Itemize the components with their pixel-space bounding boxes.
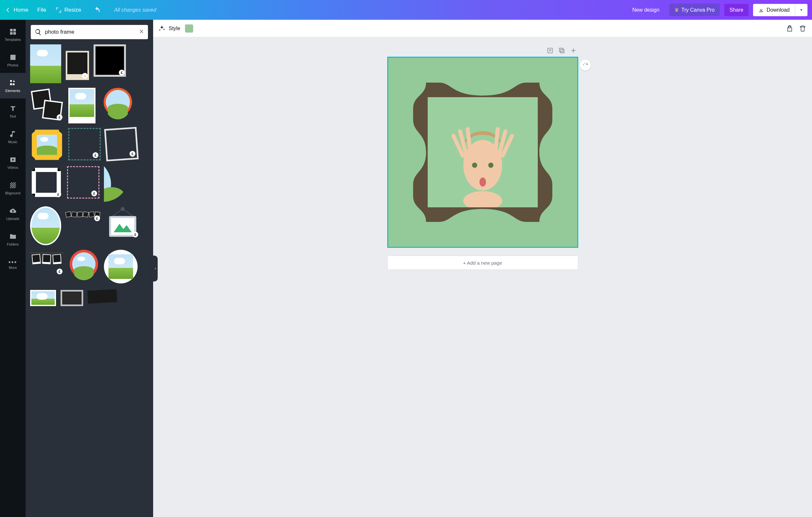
- nav-uploads[interactable]: Uploads: [0, 201, 26, 226]
- paid-badge: £: [133, 232, 138, 238]
- clear-search-button[interactable]: [139, 29, 144, 35]
- person-photo-illustration: [428, 97, 538, 207]
- svg-point-9: [77, 256, 85, 261]
- result-frame-polaroids-stack[interactable]: £: [30, 88, 64, 121]
- nav-elements[interactable]: Elements: [0, 73, 26, 99]
- color-swatch[interactable]: [185, 24, 193, 33]
- more-icon: •••: [8, 261, 17, 264]
- result-frame-oval-landscape[interactable]: [30, 206, 61, 245]
- result-frame-pink-stamp[interactable]: £: [67, 166, 99, 198]
- text-icon: [9, 105, 17, 112]
- nav-videos[interactable]: Videos: [0, 149, 26, 175]
- search-input[interactable]: [45, 29, 136, 35]
- paid-badge: £: [119, 70, 125, 76]
- top-bar: Home File Resize All changes saved New d…: [0, 0, 812, 20]
- download-options-button[interactable]: [795, 4, 808, 16]
- trash-icon: [799, 25, 806, 32]
- canvas-scroll[interactable]: + Add a new page: [153, 37, 812, 517]
- svg-rect-3: [36, 172, 57, 193]
- svg-point-2: [40, 137, 48, 142]
- result-frame-dark-polaroid[interactable]: [61, 290, 83, 306]
- page-refresh-fab[interactable]: [580, 60, 591, 71]
- canvas-area: Style: [153, 20, 812, 517]
- nav-text-label: Text: [9, 114, 16, 118]
- add-new-page-button[interactable]: + Add a new page: [387, 255, 578, 270]
- paid-badge: £: [57, 269, 62, 274]
- lock-button[interactable]: [785, 24, 794, 33]
- result-frame-orange-circle[interactable]: [100, 88, 136, 124]
- lock-icon: [786, 25, 793, 32]
- new-design-button[interactable]: New design: [627, 4, 665, 16]
- templates-icon: [9, 28, 17, 36]
- design-page[interactable]: [387, 57, 578, 248]
- try-canva-pro-button[interactable]: ♛ Try Canva Pro: [669, 4, 720, 16]
- result-frame-landscape-tall[interactable]: [30, 45, 61, 83]
- result-frame-landscape-small[interactable]: [30, 290, 56, 306]
- nav-more-label: More: [9, 266, 17, 270]
- result-frame-landscape-card[interactable]: [68, 88, 95, 124]
- nav-templates[interactable]: Templates: [0, 22, 26, 47]
- pro-badge-icon: ♛: [82, 73, 88, 79]
- resize-label: Resize: [64, 7, 81, 13]
- nav-more[interactable]: ••• More: [0, 252, 26, 278]
- undo-button[interactable]: [93, 6, 101, 13]
- nav-folders[interactable]: Folders: [0, 226, 26, 252]
- result-frame-clothesline-polaroids[interactable]: £: [30, 250, 64, 276]
- nav-music-label: Music: [8, 140, 18, 144]
- photos-icon: [9, 53, 17, 61]
- results-grid: ♛ £ £ £ £ £ £: [26, 45, 153, 517]
- result-frame-hanging-mountain[interactable]: £: [106, 206, 140, 239]
- page-toolbar: [387, 47, 578, 54]
- nav-music[interactable]: Music: [0, 124, 26, 149]
- plus-icon: [570, 47, 577, 54]
- delete-button[interactable]: [799, 24, 807, 33]
- music-icon: [9, 130, 17, 138]
- file-label: File: [37, 7, 46, 13]
- svg-point-18: [488, 163, 493, 168]
- nav-photos[interactable]: Photos: [0, 47, 26, 73]
- nav-text[interactable]: Text: [0, 99, 26, 124]
- duplicate-page-button[interactable]: [558, 47, 565, 54]
- result-frame-red-pin-circle[interactable]: [68, 250, 99, 285]
- nav-elements-label: Elements: [5, 89, 20, 93]
- result-frame-polaroid-beige[interactable]: ♛: [66, 51, 89, 80]
- result-frame-geometric-bw[interactable]: £: [30, 166, 62, 198]
- close-icon: [139, 29, 144, 34]
- nav-background[interactable]: Bkground: [0, 175, 26, 201]
- search-field[interactable]: [31, 25, 148, 39]
- resize-icon: [55, 7, 62, 13]
- folders-icon: [9, 233, 17, 240]
- result-frame-black-square[interactable]: £: [93, 45, 126, 77]
- elements-icon: [9, 79, 17, 87]
- background-icon: [9, 182, 17, 189]
- photo-placeholder[interactable]: [428, 97, 538, 207]
- duplicate-icon: [558, 47, 565, 54]
- videos-icon: [9, 156, 17, 164]
- svg-rect-11: [559, 48, 563, 52]
- add-page-button[interactable]: [570, 47, 577, 54]
- file-menu[interactable]: File: [37, 7, 46, 13]
- result-frame-taped-photo[interactable]: [87, 289, 117, 304]
- download-label: Download: [767, 7, 790, 13]
- nav-folders-label: Folders: [7, 242, 19, 246]
- collapse-panel-button[interactable]: [153, 255, 158, 281]
- result-frame-yellow-ornate[interactable]: [30, 128, 64, 162]
- nav-videos-label: Videos: [7, 166, 18, 169]
- search-icon: [35, 28, 42, 36]
- result-frame-teal-stamp[interactable]: £: [68, 128, 101, 160]
- ornate-frame-element[interactable]: [407, 76, 559, 228]
- share-button[interactable]: Share: [724, 4, 749, 16]
- style-button[interactable]: Style: [158, 25, 180, 32]
- result-frame-white-circle-landscape[interactable]: [104, 250, 138, 283]
- resize-menu[interactable]: Resize: [55, 7, 81, 13]
- result-frame-semicircle[interactable]: [104, 166, 130, 202]
- result-frame-white-tilted[interactable]: £: [104, 127, 139, 162]
- result-frame-small-polaroids-row[interactable]: £: [66, 206, 102, 222]
- paid-badge: £: [94, 215, 100, 221]
- page-notes-button[interactable]: [547, 47, 554, 54]
- home-button[interactable]: Home: [4, 7, 28, 13]
- download-button[interactable]: Download: [753, 4, 795, 16]
- svg-point-17: [472, 163, 477, 168]
- topbar-right-group: New design ♛ Try Canva Pro Share Downloa…: [627, 4, 808, 16]
- topbar-left-group: Home File Resize All changes saved: [4, 6, 156, 13]
